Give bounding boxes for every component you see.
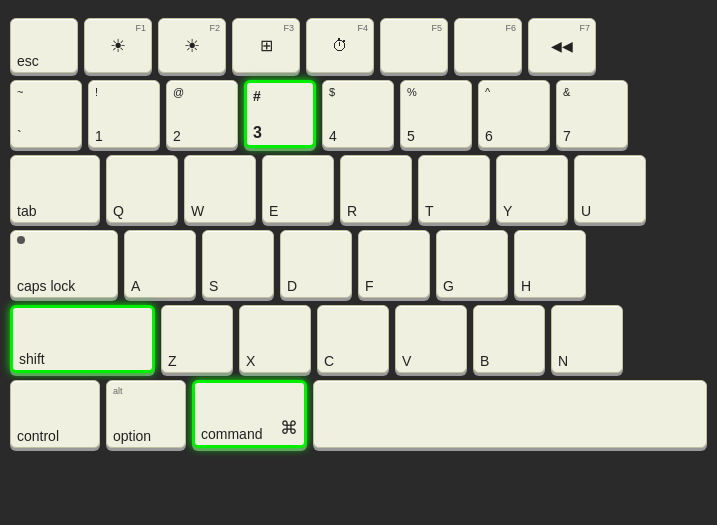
qwerty-row: tab Q W E R T Y U [10,155,707,223]
key-f5-sub: F5 [431,23,442,33]
key-f3-sub: F3 [283,23,294,33]
key-esc[interactable]: esc [10,18,78,73]
function-row: esc ☀ F1 ☀ F2 ⊞ F3 ⏱ F4 F5 F6 ◀◀ F7 [10,18,707,73]
key-w[interactable]: W [184,155,256,223]
number-row: ~ ` ! 1 @ 2 # 3 $ 4 % 5 ^ 6 & 7 [10,80,707,148]
shift-row: shift Z X C V B N [10,305,707,373]
key-f7-sub: F7 [579,23,590,33]
key-f3[interactable]: ⊞ F3 [232,18,300,73]
key-capslock[interactable]: caps lock [10,230,118,298]
key-space[interactable] [313,380,707,448]
key-6[interactable]: ^ 6 [478,80,550,148]
key-option-alt-label: alt [113,386,123,396]
caps-lock-dot [17,236,25,244]
key-4[interactable]: $ 4 [322,80,394,148]
command-symbol: ⌘ [280,417,298,439]
key-2[interactable]: @ 2 [166,80,238,148]
key-f3-icon: ⊞ [260,36,273,55]
key-r[interactable]: R [340,155,412,223]
key-f4[interactable]: ⏱ F4 [306,18,374,73]
key-d[interactable]: D [280,230,352,298]
key-7[interactable]: & 7 [556,80,628,148]
key-f1-icon: ☀ [110,35,126,57]
key-f7[interactable]: ◀◀ F7 [528,18,596,73]
key-g[interactable]: G [436,230,508,298]
key-f[interactable]: F [358,230,430,298]
key-control[interactable]: control [10,380,100,448]
key-option[interactable]: alt option [106,380,186,448]
bottom-row: control alt option command ⌘ [10,380,707,448]
key-shift-left[interactable]: shift [10,305,155,373]
key-f2-sub: F2 [209,23,220,33]
keyboard: esc ☀ F1 ☀ F2 ⊞ F3 ⏱ F4 F5 F6 ◀◀ F7 [0,0,717,525]
key-v[interactable]: V [395,305,467,373]
key-z[interactable]: Z [161,305,233,373]
key-f6[interactable]: F6 [454,18,522,73]
asdf-row: caps lock A S D F G H [10,230,707,298]
key-f7-icon: ◀◀ [551,38,573,54]
key-s[interactable]: S [202,230,274,298]
key-tilde[interactable]: ~ ` [10,80,82,148]
key-f4-sub: F4 [357,23,368,33]
key-1[interactable]: ! 1 [88,80,160,148]
key-u[interactable]: U [574,155,646,223]
key-f2[interactable]: ☀ F2 [158,18,226,73]
key-f1-sub: F1 [135,23,146,33]
key-f1[interactable]: ☀ F1 [84,18,152,73]
key-q[interactable]: Q [106,155,178,223]
key-e[interactable]: E [262,155,334,223]
key-3[interactable]: # 3 [244,80,316,148]
key-y[interactable]: Y [496,155,568,223]
key-f5[interactable]: F5 [380,18,448,73]
key-command[interactable]: command ⌘ [192,380,307,448]
key-x[interactable]: X [239,305,311,373]
key-h[interactable]: H [514,230,586,298]
key-t[interactable]: T [418,155,490,223]
key-c[interactable]: C [317,305,389,373]
key-f4-icon: ⏱ [332,37,348,55]
key-command-label: command [201,427,262,441]
key-tab[interactable]: tab [10,155,100,223]
key-b[interactable]: B [473,305,545,373]
key-esc-label: esc [17,54,39,68]
key-5[interactable]: % 5 [400,80,472,148]
key-n[interactable]: N [551,305,623,373]
key-f6-sub: F6 [505,23,516,33]
key-f2-icon: ☀ [184,35,200,57]
key-a[interactable]: A [124,230,196,298]
